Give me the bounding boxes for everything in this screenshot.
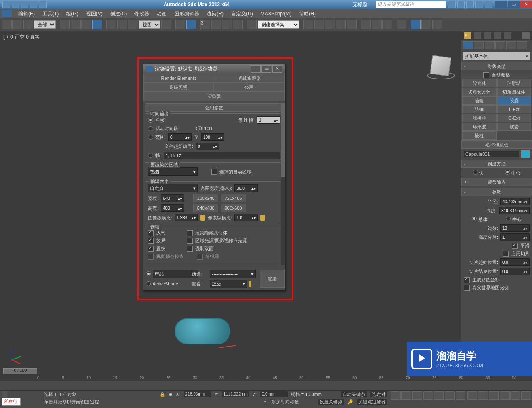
image-aspect-lock-icon[interactable] (200, 215, 205, 221)
objtype-1[interactable]: 环形结 (497, 79, 532, 87)
autogrid-check[interactable] (483, 72, 489, 78)
select-name-icon[interactable] (71, 20, 81, 29)
range-from-spinner[interactable]: 0▴▾ (168, 133, 192, 141)
object-name-field[interactable]: Capsule001 (464, 151, 519, 157)
chk-hidden[interactable] (187, 230, 193, 236)
refcoord-combo[interactable]: 视图 (139, 20, 160, 29)
objtype-11[interactable]: 软管 (497, 123, 532, 131)
radio-edge[interactable] (473, 170, 478, 175)
auto-region-check[interactable] (211, 169, 217, 175)
coord-display-icon[interactable]: ⊕ (169, 392, 172, 397)
chk-colcheck[interactable] (148, 254, 154, 260)
coord-z[interactable]: 0.0mm (260, 391, 288, 397)
rollout-creation-method[interactable]: 创建方法 (461, 160, 532, 168)
spinner-snap-icon[interactable] (233, 20, 243, 29)
set-key-button[interactable]: 设置关键点 (318, 399, 344, 405)
chk-atmos[interactable] (148, 230, 154, 236)
pan-icon[interactable] (467, 391, 477, 400)
tab-raytracer[interactable]: 光线跟踪器 (214, 74, 285, 83)
tab-adv-lighting[interactable]: 高级照明 (143, 83, 213, 92)
sides-spinner[interactable]: 12▴▾ (500, 224, 530, 232)
selected-key[interactable]: 选定对 (370, 391, 387, 397)
preset-640x480[interactable]: 640x480 (193, 204, 218, 212)
menu-modifiers[interactable]: 修改器 (131, 10, 153, 18)
prev-frame-icon[interactable] (401, 391, 411, 400)
cp-display-icon[interactable] (504, 32, 511, 39)
qat-redo-icon[interactable] (39, 1, 47, 8)
qat-save-icon[interactable] (21, 1, 28, 8)
menu-customize[interactable]: 自定义(U) (228, 10, 256, 18)
menu-tools[interactable]: 工具(T) (39, 10, 62, 18)
tab-hierarchy-icon[interactable] (485, 41, 495, 49)
radio-product[interactable] (146, 271, 151, 276)
every-n-spinner[interactable]: 1▴▾ (257, 116, 280, 124)
objtype-9[interactable]: C-Ext (497, 114, 532, 122)
play-icon[interactable] (412, 391, 422, 400)
width-spinner[interactable]: 640▴▾ (161, 194, 184, 202)
cp-utilities-icon[interactable] (522, 32, 530, 39)
height-spinner[interactable]: 310.807mm▴▾ (499, 207, 530, 214)
radio-center[interactable] (505, 170, 510, 175)
coord-y[interactable]: 1111.022mm (222, 391, 249, 397)
subscription-icon[interactable] (457, 1, 465, 8)
percent-snap-icon[interactable] (222, 20, 232, 29)
link-icon[interactable] (2, 20, 12, 29)
key-filters-icon[interactable]: 🔑 (347, 399, 353, 405)
menu-group[interactable]: 组(G) (63, 10, 81, 18)
next-frame-icon[interactable] (423, 391, 433, 400)
cp-motion-icon[interactable] (494, 32, 501, 39)
hseg-spinner[interactable]: 1▴▾ (500, 233, 530, 241)
chk-superblk[interactable] (197, 254, 203, 260)
move-icon[interactable] (106, 20, 116, 29)
zoom-icon[interactable] (478, 391, 488, 400)
maximize-viewport-icon[interactable] (521, 391, 531, 400)
objtype-12[interactable]: 棱柱 (462, 131, 497, 140)
objtype-6[interactable]: 纺锤 (462, 105, 497, 113)
trackbar[interactable] (0, 381, 532, 390)
tab-display-icon[interactable] (506, 41, 516, 49)
time-tag-icon[interactable]: 🏷 (264, 399, 268, 404)
menu-rendering[interactable]: 渲染(R) (203, 10, 227, 18)
qat-new-icon[interactable] (2, 1, 10, 8)
radio-frames[interactable] (148, 153, 153, 158)
viewcube[interactable] (427, 56, 454, 79)
rendered-frame-icon[interactable] (382, 20, 392, 29)
view-lock-icon[interactable] (249, 281, 251, 287)
preset-720x486[interactable]: 720x486 (221, 194, 246, 202)
objtype-10[interactable]: 环形波 (462, 123, 497, 131)
category-combo[interactable]: 扩展基本体▾ (463, 52, 530, 60)
curve-editor-icon[interactable] (336, 20, 346, 29)
objtype-7[interactable]: L-Ext (497, 105, 532, 113)
help-icon[interactable] (485, 1, 492, 8)
maxscript-mini-icon[interactable] (2, 391, 7, 397)
key-mode-icon[interactable] (445, 391, 455, 400)
area-mode-combo[interactable]: 视图▾ (148, 167, 198, 176)
teapot2-icon[interactable] (432, 20, 442, 29)
tab-modify-icon[interactable] (474, 41, 484, 49)
size-preset-combo[interactable]: 自定义▾ (148, 184, 198, 192)
cp-light-icon[interactable]: ✷ (464, 32, 471, 39)
tab-utilities-icon[interactable] (517, 41, 527, 49)
radio-overall[interactable] (472, 216, 477, 221)
fov-icon[interactable] (500, 391, 510, 400)
schematic-icon[interactable] (347, 20, 357, 29)
slice-from-spinner[interactable]: 0.0▴▾ (500, 258, 530, 266)
frames-input[interactable] (164, 152, 280, 159)
tab-create-icon[interactable] (463, 41, 473, 49)
image-aspect-spinner[interactable]: 1.333▴▾ (175, 214, 198, 221)
minimize-button[interactable]: – (495, 1, 507, 8)
rollout-object-type[interactable]: 对象类型 (461, 62, 532, 70)
goto-start-icon[interactable] (391, 391, 401, 400)
auto-key-button[interactable]: 自动关键点 (341, 391, 367, 397)
close-button[interactable]: ✕ (520, 1, 532, 8)
mirror-icon[interactable] (303, 20, 313, 29)
key-filters[interactable]: 关键点过滤器 (357, 399, 387, 405)
pivot-icon[interactable] (161, 20, 171, 29)
window-crossing-icon[interactable] (92, 20, 102, 29)
radio-range[interactable] (148, 135, 153, 140)
view-combo[interactable]: 正交▾ (210, 280, 247, 288)
quick-render-icon[interactable] (411, 20, 421, 29)
coord-x[interactable]: 218.93mm (184, 391, 211, 397)
objtype-4[interactable]: 油罐 (462, 96, 497, 105)
maximize-button[interactable]: ▭ (508, 1, 520, 8)
